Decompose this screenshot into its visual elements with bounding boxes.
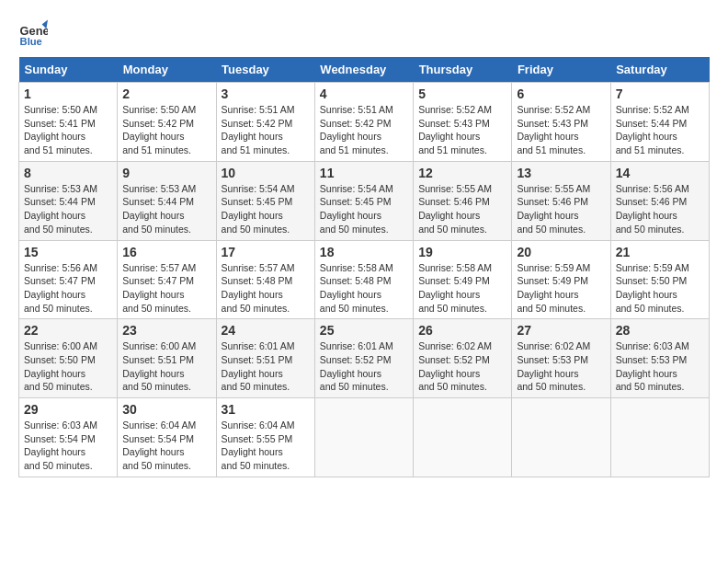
day-info: Sunrise: 5:57 AMSunset: 5:47 PMDaylight … (122, 261, 210, 316)
day-header-monday: Monday (118, 57, 216, 83)
calendar-cell: 16Sunrise: 5:57 AMSunset: 5:47 PMDayligh… (118, 240, 216, 319)
day-header-sunday: Sunday (19, 57, 118, 83)
day-number: 3 (222, 86, 310, 101)
day-info: Sunrise: 6:01 AMSunset: 5:52 PMDaylight … (320, 339, 408, 394)
day-number: 2 (122, 86, 210, 101)
calendar-cell: 13Sunrise: 5:55 AMSunset: 5:46 PMDayligh… (512, 161, 610, 240)
calendar-cell: 28Sunrise: 6:03 AMSunset: 5:53 PMDayligh… (610, 319, 709, 398)
calendar-cell: 30Sunrise: 6:04 AMSunset: 5:54 PMDayligh… (118, 398, 216, 477)
day-number: 27 (517, 323, 605, 338)
day-info: Sunrise: 5:57 AMSunset: 5:48 PMDaylight … (222, 261, 310, 316)
calendar-cell: 25Sunrise: 6:01 AMSunset: 5:52 PMDayligh… (314, 319, 413, 398)
day-info: Sunrise: 6:03 AMSunset: 5:53 PMDaylight … (616, 339, 704, 394)
logo-icon: General Blue (18, 18, 48, 48)
calendar-cell: 20Sunrise: 5:59 AMSunset: 5:49 PMDayligh… (512, 240, 610, 319)
day-number: 8 (24, 166, 112, 180)
calendar-cell: 15Sunrise: 5:56 AMSunset: 5:47 PMDayligh… (19, 240, 118, 319)
day-number: 12 (418, 166, 506, 180)
day-number: 5 (418, 86, 506, 101)
calendar-cell: 29Sunrise: 6:03 AMSunset: 5:54 PMDayligh… (19, 398, 118, 477)
calendar-cell (314, 398, 413, 477)
day-number: 29 (24, 402, 112, 417)
day-number: 18 (320, 245, 408, 259)
calendar-week-4: 22Sunrise: 6:00 AMSunset: 5:50 PMDayligh… (19, 319, 710, 398)
day-info: Sunrise: 5:51 AMSunset: 5:42 PMDaylight … (222, 103, 310, 157)
day-info: Sunrise: 6:02 AMSunset: 5:53 PMDaylight … (517, 339, 605, 394)
day-number: 22 (24, 323, 112, 338)
day-number: 24 (222, 323, 310, 338)
calendar-cell: 3Sunrise: 5:51 AMSunset: 5:42 PMDaylight… (216, 83, 314, 162)
day-info: Sunrise: 5:59 AMSunset: 5:50 PMDaylight … (616, 261, 704, 316)
day-header-friday: Friday (512, 57, 610, 83)
calendar-cell: 31Sunrise: 6:04 AMSunset: 5:55 PMDayligh… (216, 398, 314, 477)
calendar-week-1: 1Sunrise: 5:50 AMSunset: 5:41 PMDaylight… (19, 83, 710, 162)
day-info: Sunrise: 5:56 AMSunset: 5:47 PMDaylight … (24, 261, 112, 316)
day-number: 11 (320, 166, 408, 180)
day-header-tuesday: Tuesday (216, 57, 314, 83)
day-info: Sunrise: 5:53 AMSunset: 5:44 PMDaylight … (122, 182, 210, 236)
day-info: Sunrise: 5:50 AMSunset: 5:41 PMDaylight … (24, 103, 112, 157)
calendar-cell: 10Sunrise: 5:54 AMSunset: 5:45 PMDayligh… (216, 161, 314, 240)
calendar-table: SundayMondayTuesdayWednesdayThursdayFrid… (18, 57, 710, 477)
calendar-week-3: 15Sunrise: 5:56 AMSunset: 5:47 PMDayligh… (19, 240, 710, 319)
day-info: Sunrise: 6:00 AMSunset: 5:51 PMDaylight … (122, 339, 210, 394)
day-info: Sunrise: 5:52 AMSunset: 5:43 PMDaylight … (517, 103, 605, 157)
day-info: Sunrise: 6:00 AMSunset: 5:50 PMDaylight … (24, 339, 112, 394)
calendar-cell (512, 398, 610, 477)
day-number: 16 (122, 245, 210, 259)
day-info: Sunrise: 5:52 AMSunset: 5:43 PMDaylight … (418, 103, 506, 157)
day-number: 4 (320, 86, 408, 101)
calendar-cell: 9Sunrise: 5:53 AMSunset: 5:44 PMDaylight… (118, 161, 216, 240)
calendar-cell: 18Sunrise: 5:58 AMSunset: 5:48 PMDayligh… (314, 240, 413, 319)
day-number: 21 (616, 245, 704, 259)
calendar-cell: 12Sunrise: 5:55 AMSunset: 5:46 PMDayligh… (414, 161, 512, 240)
calendar-cell (610, 398, 709, 477)
day-info: Sunrise: 6:04 AMSunset: 5:55 PMDaylight … (222, 419, 310, 473)
day-number: 26 (418, 323, 506, 338)
day-info: Sunrise: 5:58 AMSunset: 5:49 PMDaylight … (418, 261, 506, 316)
calendar-cell: 26Sunrise: 6:02 AMSunset: 5:52 PMDayligh… (414, 319, 512, 398)
header: General Blue (18, 18, 710, 48)
logo: General Blue (18, 18, 48, 48)
day-number: 19 (418, 245, 506, 259)
calendar-cell: 22Sunrise: 6:00 AMSunset: 5:50 PMDayligh… (19, 319, 118, 398)
day-number: 23 (122, 323, 210, 338)
calendar-cell: 1Sunrise: 5:50 AMSunset: 5:41 PMDaylight… (19, 83, 118, 162)
calendar-cell (414, 398, 512, 477)
day-number: 30 (122, 402, 210, 417)
days-header-row: SundayMondayTuesdayWednesdayThursdayFrid… (19, 57, 710, 83)
day-number: 1 (24, 86, 112, 101)
day-header-wednesday: Wednesday (314, 57, 413, 83)
calendar-cell: 8Sunrise: 5:53 AMSunset: 5:44 PMDaylight… (19, 161, 118, 240)
day-number: 13 (517, 166, 605, 180)
calendar-cell: 4Sunrise: 5:51 AMSunset: 5:42 PMDaylight… (314, 83, 413, 162)
day-number: 31 (222, 402, 310, 417)
calendar-cell: 23Sunrise: 6:00 AMSunset: 5:51 PMDayligh… (118, 319, 216, 398)
day-info: Sunrise: 6:01 AMSunset: 5:51 PMDaylight … (222, 339, 310, 394)
day-number: 25 (320, 323, 408, 338)
day-info: Sunrise: 5:56 AMSunset: 5:46 PMDaylight … (616, 182, 704, 236)
day-info: Sunrise: 5:55 AMSunset: 5:46 PMDaylight … (418, 182, 506, 236)
calendar-cell: 11Sunrise: 5:54 AMSunset: 5:45 PMDayligh… (314, 161, 413, 240)
calendar-cell: 6Sunrise: 5:52 AMSunset: 5:43 PMDaylight… (512, 83, 610, 162)
day-number: 20 (517, 245, 605, 259)
calendar-cell: 2Sunrise: 5:50 AMSunset: 5:42 PMDaylight… (118, 83, 216, 162)
day-number: 9 (122, 166, 210, 180)
day-number: 6 (517, 86, 605, 101)
calendar-cell: 27Sunrise: 6:02 AMSunset: 5:53 PMDayligh… (512, 319, 610, 398)
day-number: 15 (24, 245, 112, 259)
calendar-body: 1Sunrise: 5:50 AMSunset: 5:41 PMDaylight… (19, 83, 710, 477)
day-info: Sunrise: 5:58 AMSunset: 5:48 PMDaylight … (320, 261, 408, 316)
calendar-cell: 19Sunrise: 5:58 AMSunset: 5:49 PMDayligh… (414, 240, 512, 319)
calendar-cell: 5Sunrise: 5:52 AMSunset: 5:43 PMDaylight… (414, 83, 512, 162)
calendar-week-2: 8Sunrise: 5:53 AMSunset: 5:44 PMDaylight… (19, 161, 710, 240)
svg-text:Blue: Blue (20, 36, 42, 47)
calendar-week-5: 29Sunrise: 6:03 AMSunset: 5:54 PMDayligh… (19, 398, 710, 477)
day-header-saturday: Saturday (610, 57, 709, 83)
calendar-cell: 14Sunrise: 5:56 AMSunset: 5:46 PMDayligh… (610, 161, 709, 240)
calendar-cell: 21Sunrise: 5:59 AMSunset: 5:50 PMDayligh… (610, 240, 709, 319)
day-info: Sunrise: 6:02 AMSunset: 5:52 PMDaylight … (418, 339, 506, 394)
day-info: Sunrise: 5:54 AMSunset: 5:45 PMDaylight … (222, 182, 310, 236)
day-header-thursday: Thursday (414, 57, 512, 83)
day-number: 14 (616, 166, 704, 180)
